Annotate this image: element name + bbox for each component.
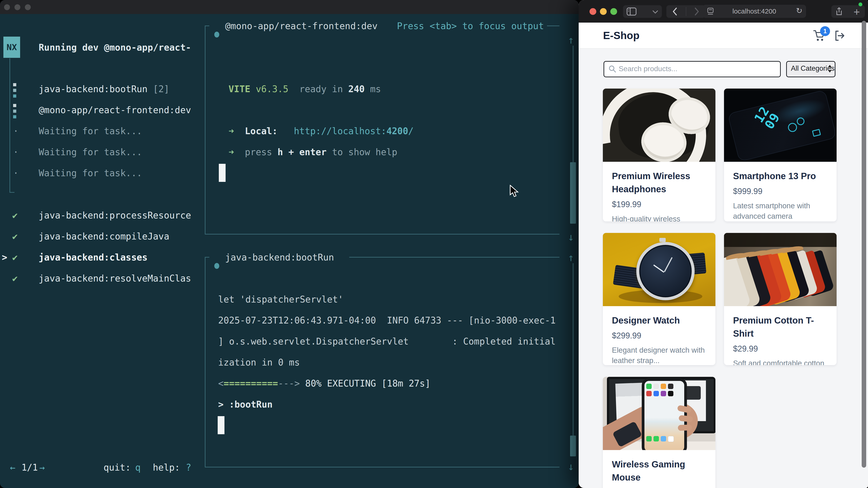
pager-prev-icon[interactable]: ←: [10, 459, 16, 476]
product-image: [724, 233, 837, 306]
product-description: High-quality wireless headphones with no…: [612, 214, 706, 221]
terminal-heading: Running dev @mono-app/react-: [39, 39, 191, 56]
product-image: [603, 89, 715, 162]
task-tree-line: [9, 58, 10, 192]
minimize-icon[interactable]: [14, 4, 20, 10]
shop-header: E-Shop 1: [579, 23, 868, 49]
product-image: [603, 377, 715, 450]
scrollbar-track[interactable]: [572, 46, 574, 162]
scrollbar-thumb[interactable]: [570, 435, 576, 456]
pane-status-icon: [214, 263, 219, 269]
pager-next-icon[interactable]: →: [39, 459, 45, 476]
product-image: [603, 233, 715, 306]
desktop: NX Running dev @mono-app/react- java-bac…: [0, 0, 868, 488]
nav-button-group: [666, 5, 705, 18]
logout-icon[interactable]: [834, 30, 845, 41]
check-icon: ✔: [12, 228, 18, 245]
check-icon: ✔: [12, 249, 18, 265]
task-tree-corner: [9, 192, 14, 193]
product-price: $999.99: [733, 187, 828, 196]
spinner-icon: [13, 83, 16, 100]
product-card[interactable]: Premium Cotton T-Shirt $29.99 Soft and c…: [724, 233, 837, 365]
quit-key: q: [135, 459, 141, 476]
category-select[interactable]: All Categories: [786, 61, 835, 77]
address-bar[interactable]: localhost:4200 ↻: [703, 5, 806, 18]
back-icon[interactable]: [672, 7, 677, 15]
product-name: Premium Wireless Headphones: [612, 169, 706, 196]
product-card[interactable]: Designer Watch $299.99 Elegant designer …: [603, 233, 715, 365]
product-name: Wireless Gaming Mouse: [612, 458, 706, 484]
vite-ready-line: VITE v6.3.5 ready in 240 ms: [228, 81, 381, 97]
product-card[interactable]: 1209 Smartphone 13 Pro $999.99 Latest sm…: [724, 89, 837, 221]
product-description: Elegant designer watch with leather stra…: [612, 345, 706, 365]
close-icon[interactable]: [4, 4, 10, 10]
mouse-cursor-icon: [509, 185, 520, 198]
terminal-titlebar[interactable]: [0, 0, 579, 14]
pane-title[interactable]: java-backend:bootRun: [225, 249, 334, 265]
waiting-task: Waiting for task...: [39, 165, 142, 181]
safari-titlebar[interactable]: localhost:4200 ↻ +: [579, 0, 868, 23]
product-card[interactable]: Premium Wireless Headphones $199.99 High…: [603, 89, 715, 221]
terminal-body[interactable]: NX Running dev @mono-app/react- java-bac…: [0, 14, 579, 488]
pane-title[interactable]: @mono-app/react-frontend:dev: [225, 18, 377, 34]
page-scrollbar[interactable]: [862, 21, 866, 468]
gradle-progress-line: <==========---> 80% EXECUTING [18m 27s]: [218, 375, 430, 392]
scroll-down-icon[interactable]: ↓: [568, 461, 574, 472]
queued-task: java-backend:bootRun [2]: [39, 81, 169, 97]
waiting-task: Waiting for task...: [39, 144, 142, 160]
check-icon: ✔: [12, 207, 18, 223]
check-icon: ✔: [12, 270, 18, 287]
pager-label: 1/1: [22, 459, 38, 476]
action-button-group: +: [831, 5, 865, 18]
search-icon: [608, 65, 616, 73]
terminal-cursor: [219, 164, 225, 182]
product-card[interactable]: Wireless Gaming Mouse $79.99 High-perfor…: [603, 377, 715, 488]
terminal-cursor: [218, 416, 224, 434]
scroll-down-icon[interactable]: ↓: [568, 232, 574, 242]
shop-brand[interactable]: E-Shop: [603, 23, 640, 48]
product-description: Latest smartphone with advanced camera f…: [733, 201, 828, 221]
sidebar-icon[interactable]: [627, 7, 637, 15]
product-price: $299.99: [612, 331, 706, 340]
cart-badge: 1: [820, 26, 830, 36]
search-box: [603, 61, 781, 77]
quit-label: quit:: [103, 459, 131, 476]
help-label: help:: [153, 459, 180, 476]
scroll-up-icon[interactable]: ↑: [568, 252, 574, 263]
help-key: ?: [186, 459, 191, 476]
queued-task: @mono-app/react-frontend:dev: [39, 102, 191, 118]
url-text[interactable]: localhost:4200: [703, 5, 806, 18]
completed-task: java-backend:processResource: [39, 207, 191, 223]
product-description: Soft and comfortable cotton t-shirt...: [733, 358, 828, 365]
completed-task: java-backend:resolveMainClas: [39, 270, 191, 287]
help-hint-line: ➜ press h + enter to show help: [228, 144, 397, 160]
completed-task-selected[interactable]: java-backend:classes: [39, 249, 148, 265]
log-line: ] o.s.web.servlet.DispatcherServlet : Co…: [218, 333, 556, 350]
maximize-icon[interactable]: [610, 8, 617, 15]
reload-icon[interactable]: ↻: [796, 6, 803, 15]
terminal-window: NX Running dev @mono-app/react- java-bac…: [0, 0, 579, 488]
close-icon[interactable]: [590, 8, 596, 15]
scroll-up-icon[interactable]: ↑: [568, 35, 574, 45]
product-name: Designer Watch: [612, 314, 706, 327]
select-stepper-icon: [828, 65, 832, 72]
product-name: Premium Cotton T-Shirt: [733, 314, 828, 340]
scrollbar-thumb[interactable]: [570, 162, 576, 224]
forward-icon[interactable]: [694, 7, 700, 15]
new-tab-icon[interactable]: +: [854, 6, 860, 18]
product-name: Smartphone 13 Pro: [733, 169, 828, 183]
local-url-line: ➜ Local: http://localhost:4200/: [228, 123, 414, 139]
waiting-bullet: ·: [13, 165, 19, 181]
nx-logo: NX: [3, 37, 20, 58]
scrollbar-track[interactable]: [572, 263, 574, 435]
log-line: let 'dispatcherServlet': [218, 291, 343, 307]
minimize-icon[interactable]: [600, 8, 607, 15]
localhost-link[interactable]: http://localhost:4200/: [294, 126, 414, 136]
product-price: $29.99: [733, 344, 828, 354]
sidebar-button-group: [623, 5, 662, 18]
maximize-icon[interactable]: [25, 4, 31, 10]
search-input[interactable]: [618, 62, 777, 76]
share-icon[interactable]: [835, 7, 843, 16]
chevron-down-icon[interactable]: [652, 10, 658, 14]
log-line: 2025-07-23T12:06:43.971-04:00 INFO 64733…: [218, 312, 556, 328]
